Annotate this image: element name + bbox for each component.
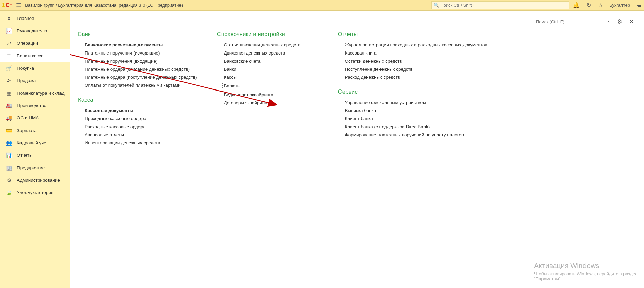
watermark-line1: Чтобы активировать Windows, перейдите в …	[534, 271, 637, 276]
menu-link[interactable]: Банки	[224, 67, 318, 72]
menu-link[interactable]: Банковские счета	[224, 59, 318, 64]
section-title: Касса	[78, 97, 197, 103]
user-label[interactable]: Бухгалтер	[608, 3, 631, 8]
topbar: 1C≡ ☰ Вавилон групп / Бухгалтерия для Ка…	[0, 0, 644, 11]
menu-link[interactable]: Расход денежных средств	[345, 75, 487, 80]
sidebar-item-12[interactable]: 🏢Предприятие	[0, 161, 70, 174]
menu-link[interactable]: Выписка банка	[345, 108, 487, 113]
sidebar-item-11[interactable]: 📊Отчеты	[0, 149, 70, 161]
sidebar-icon: 👥	[6, 140, 12, 146]
menu-link[interactable]: Платежные поручения (входящие)	[85, 59, 197, 64]
history-icon[interactable]: ↻	[584, 1, 593, 10]
section-title: Сервис	[338, 88, 487, 95]
sidebar-item-13[interactable]: ⚙Администрирование	[0, 174, 70, 186]
sidebar-icon: 🏭	[6, 103, 12, 109]
sidebar-icon: ₸	[6, 53, 12, 59]
clear-search-button[interactable]: ×	[605, 17, 612, 26]
columns-container: БанкБанковские расчетные документыПлатеж…	[78, 31, 636, 145]
close-icon[interactable]: ✕	[627, 17, 635, 26]
sidebar-item-label: ОС и НМА	[17, 115, 39, 120]
menu-link[interactable]: Клиент банка	[345, 116, 487, 121]
sidebar-icon: 🏢	[6, 165, 12, 171]
sidebar-item-label: Зарплата	[17, 128, 37, 133]
menu-link[interactable]: Управление фискальным устройством	[345, 100, 487, 105]
windows-activation-watermark: Активация Windows Чтобы активировать Win…	[534, 262, 637, 281]
sidebar-icon: 📊	[6, 152, 12, 158]
menu-link[interactable]: Оплаты от покупателей платежными картами	[85, 83, 197, 88]
sidebar-item-label: Предприятие	[17, 165, 45, 170]
section-title: Банк	[78, 31, 197, 38]
sidebar-item-9[interactable]: 💳Зарплата	[0, 124, 70, 137]
menu-link[interactable]: Виды оплат эквайринга	[224, 92, 318, 97]
sidebar-icon: ⇄	[6, 40, 12, 46]
global-search[interactable]: 🔍	[431, 1, 569, 9]
menu-link[interactable]: Инвентаризации денежных средств	[85, 140, 197, 145]
sidebar-item-label: Номенклатура и склад	[17, 91, 65, 96]
global-search-input[interactable]	[440, 3, 567, 8]
menu-link[interactable]: Валюты	[222, 83, 242, 89]
column-2: ОтчетыЖурнал регистрации приходных и рас…	[338, 31, 487, 145]
sidebar-item-label: Банк и касса	[17, 53, 44, 58]
menu-link[interactable]: Платежные ордера (поступление денежных с…	[85, 75, 197, 80]
menu-link[interactable]: Кассовые документы	[85, 108, 197, 113]
hamburger-icon[interactable]: ☰	[15, 2, 22, 8]
menu-link[interactable]: Платежные ордера (списание денежных сред…	[85, 67, 197, 72]
sidebar-item-1[interactable]: 📈Руководителю	[0, 25, 70, 37]
sidebar-item-label: Учет.Бухгалтерия	[17, 190, 53, 195]
menu-link[interactable]: Остатки денежных средств	[345, 59, 487, 64]
panel-search-input[interactable]	[536, 19, 603, 24]
sidebar-icon: ▦	[6, 90, 12, 96]
app-logo: 1C≡	[2, 2, 12, 8]
panel-search[interactable]	[534, 17, 605, 26]
sidebar-item-label: Кадровый учет	[17, 140, 48, 145]
bell-icon[interactable]: 🔔	[572, 1, 581, 10]
menu-link[interactable]: Клиент банка (с поддержкой DirectBank)	[345, 124, 487, 129]
sidebar-item-4[interactable]: 🛒Покупка	[0, 62, 70, 74]
link-list: Банковские расчетные документыПлатежные …	[78, 42, 197, 88]
menu-link[interactable]: Журнал регистрации приходных и расходных…	[345, 42, 487, 47]
sidebar-item-3[interactable]: ₸Банк и касса	[0, 49, 70, 62]
sidebar-item-5[interactable]: 🛍Продажа	[0, 74, 70, 87]
menu-link[interactable]: Договоры эквайринга	[224, 100, 318, 105]
sidebar-icon: 🍃	[6, 190, 12, 196]
section-title: Справочники и настройки	[217, 31, 318, 38]
sidebar-item-6[interactable]: ▦Номенклатура и склад	[0, 87, 70, 99]
menu-stack-icon[interactable]	[634, 4, 642, 7]
sidebar-icon: 🛒	[6, 65, 12, 71]
sidebar-item-label: Продажа	[17, 78, 36, 83]
sidebar-item-label: Производство	[17, 103, 46, 108]
sidebar-icon: 🚚	[6, 115, 12, 121]
sidebar: ≡Главное📈Руководителю⇄Операции₸Банк и ка…	[0, 11, 70, 288]
link-list: Статьи движения денежных средствДвижения…	[217, 42, 318, 105]
section-title: Отчеты	[338, 31, 487, 38]
sidebar-icon: 💳	[6, 128, 12, 134]
menu-link[interactable]: Авансовые отчеты	[85, 132, 197, 137]
main-header: × ⚙ ✕	[78, 17, 636, 26]
sidebar-item-2[interactable]: ⇄Операции	[0, 37, 70, 49]
link-list: Кассовые документыПриходные кассовые орд…	[78, 108, 197, 145]
menu-link[interactable]: Движения денежных средств	[224, 50, 318, 56]
menu-link[interactable]: Статьи движения денежных средств	[224, 42, 318, 47]
sidebar-item-label: Покупка	[17, 66, 34, 71]
column-0: БанкБанковские расчетные документыПлатеж…	[78, 31, 197, 145]
menu-link[interactable]: Кассы	[224, 75, 318, 80]
sidebar-item-label: Отчеты	[17, 153, 33, 158]
sidebar-item-10[interactable]: 👥Кадровый учет	[0, 137, 70, 149]
sidebar-item-14[interactable]: 🍃Учет.Бухгалтерия	[0, 186, 70, 199]
link-list: Управление фискальным устройствомВыписка…	[338, 100, 487, 137]
gear-icon[interactable]: ⚙	[616, 17, 624, 26]
menu-link[interactable]: Платежные поручения (исходящие)	[85, 50, 197, 56]
star-icon[interactable]: ☆	[596, 1, 605, 10]
menu-link[interactable]: Поступление денежных средств	[345, 67, 487, 72]
sidebar-icon: 📈	[6, 28, 12, 34]
search-icon: 🔍	[434, 3, 439, 8]
menu-link[interactable]: Расходные кассовые ордера	[85, 124, 197, 129]
sidebar-item-7[interactable]: 🏭Производство	[0, 99, 70, 112]
menu-link[interactable]: Банковские расчетные документы	[85, 42, 197, 47]
sidebar-icon: ⚙	[6, 177, 12, 183]
sidebar-item-8[interactable]: 🚚ОС и НМА	[0, 112, 70, 124]
sidebar-item-0[interactable]: ≡Главное	[0, 12, 70, 25]
menu-link[interactable]: Формирование платежных поручений на упла…	[345, 132, 487, 137]
menu-link[interactable]: Приходные кассовые ордера	[85, 116, 197, 121]
menu-link[interactable]: Кассовая книга	[345, 50, 487, 56]
